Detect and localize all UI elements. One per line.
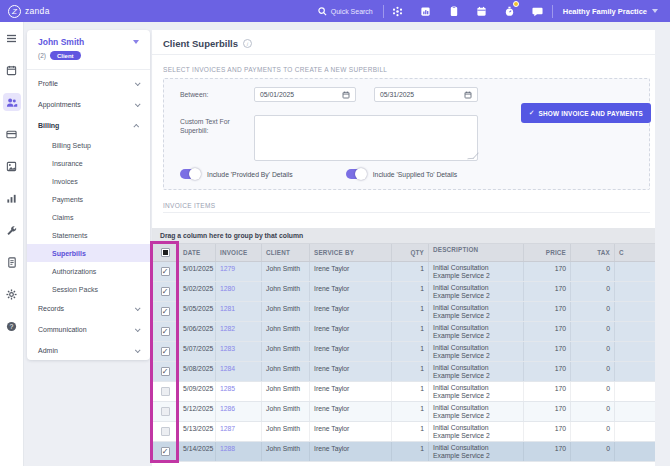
table-row[interactable]: 5/12/20251286John SmithIrene Taylor1Init… bbox=[152, 402, 655, 422]
column-header-qty[interactable]: QTY bbox=[392, 244, 429, 261]
info-icon[interactable]: i bbox=[243, 39, 252, 48]
main-content: Client Superbills i SELECT INVOICES AND … bbox=[152, 30, 655, 466]
row-checkbox[interactable] bbox=[161, 407, 170, 416]
table-row[interactable]: 5/02/20251280John SmithIrene Taylor1Init… bbox=[152, 282, 655, 302]
reports-icon[interactable] bbox=[412, 0, 440, 22]
row-checkbox[interactable] bbox=[161, 387, 170, 396]
invoice-link[interactable]: 1288 bbox=[220, 445, 235, 452]
table-row[interactable]: 5/08/20251284John SmithIrene Taylor1Init… bbox=[152, 362, 655, 382]
description-line: Example Service 2 bbox=[433, 332, 519, 340]
reports-icon[interactable] bbox=[3, 189, 21, 207]
sidebar-item-authorizations[interactable]: Authorizations bbox=[27, 262, 150, 280]
group-by-drop-zone[interactable]: Drag a column here to group by that colu… bbox=[152, 228, 655, 244]
chat-icon[interactable] bbox=[524, 0, 552, 22]
sidebar-item-label: Billing bbox=[38, 122, 59, 129]
invoice-link[interactable]: 1283 bbox=[220, 345, 235, 352]
custom-text-input[interactable] bbox=[254, 115, 478, 161]
invoice-items-table: Drag a column here to group by that colu… bbox=[152, 228, 655, 462]
sidebar-item-statements[interactable]: Statements bbox=[27, 226, 150, 244]
clients-icon[interactable] bbox=[3, 93, 21, 111]
chevron-up-icon bbox=[133, 123, 139, 129]
sidebar-item-appointments[interactable]: Appointments bbox=[27, 94, 150, 115]
media-icon[interactable] bbox=[3, 157, 21, 175]
sidebar-item-invoices[interactable]: Invoices bbox=[27, 172, 150, 190]
invoice-cell: 1284 bbox=[216, 362, 262, 381]
quick-search-button[interactable]: Quick Search bbox=[308, 7, 383, 16]
description-line: Example Service 2 bbox=[433, 412, 519, 420]
invoice-link[interactable]: 1282 bbox=[220, 325, 235, 332]
row-checkbox[interactable] bbox=[161, 427, 170, 436]
column-header-description[interactable]: DESCRIPTION bbox=[429, 244, 524, 261]
extra-cell bbox=[615, 442, 655, 461]
invoice-link[interactable]: 1281 bbox=[220, 305, 235, 312]
menu-icon[interactable] bbox=[3, 29, 21, 47]
row-checkbox[interactable] bbox=[161, 367, 170, 376]
practice-switcher[interactable]: Healthy Family Practice bbox=[553, 7, 670, 16]
sidebar-item-records[interactable]: Records bbox=[27, 298, 150, 319]
sidebar-item-billing-setup[interactable]: Billing Setup bbox=[27, 136, 150, 154]
date-to-input[interactable]: 05/31/2025 bbox=[374, 87, 478, 102]
sidebar-item-communication[interactable]: Communication bbox=[27, 319, 150, 340]
column-header-date[interactable]: DATE bbox=[179, 244, 216, 261]
sidebar-item-admin[interactable]: Admin bbox=[27, 340, 150, 360]
payments-icon[interactable] bbox=[3, 125, 21, 143]
sidebar-item-session-packs[interactable]: Session Packs bbox=[27, 280, 150, 298]
row-checkbox[interactable] bbox=[161, 327, 170, 336]
calendar-icon[interactable] bbox=[342, 91, 350, 99]
column-header-price[interactable]: PRICE bbox=[524, 244, 571, 261]
sidebar-item-claims[interactable]: Claims bbox=[27, 208, 150, 226]
table-row[interactable]: 5/07/20251283John SmithIrene Taylor1Init… bbox=[152, 342, 655, 362]
row-checkbox[interactable] bbox=[161, 347, 170, 356]
provided-by-toggle[interactable] bbox=[180, 169, 200, 179]
supplied-to-toggle[interactable] bbox=[346, 169, 366, 179]
help-icon[interactable]: ? bbox=[3, 317, 21, 335]
sidebar-item-insurance[interactable]: Insurance bbox=[27, 154, 150, 172]
sidebar-item-billing[interactable]: Billing bbox=[27, 115, 150, 136]
column-header-invoice[interactable]: INVOICE bbox=[216, 244, 262, 261]
tools-icon[interactable] bbox=[3, 221, 21, 239]
invoice-link[interactable]: 1279 bbox=[220, 265, 235, 272]
brand[interactable]: Z zanda bbox=[0, 5, 50, 18]
chevron-down-icon[interactable] bbox=[133, 40, 139, 44]
settings-icon[interactable] bbox=[3, 285, 21, 303]
price-cell: 170 bbox=[524, 282, 571, 301]
table-row[interactable]: 5/06/20251282John SmithIrene Taylor1Init… bbox=[152, 322, 655, 342]
column-header-c[interactable]: C bbox=[615, 244, 655, 261]
clipboard-icon[interactable] bbox=[440, 0, 468, 22]
sidebar-item-superbills[interactable]: Superbills bbox=[27, 244, 150, 262]
table-row[interactable]: 5/13/20251287John SmithIrene Taylor1Init… bbox=[152, 422, 655, 442]
column-header-tax[interactable]: TAX bbox=[571, 244, 615, 261]
calendar-icon[interactable] bbox=[3, 61, 21, 79]
invoice-link[interactable]: 1280 bbox=[220, 285, 235, 292]
timer-icon[interactable] bbox=[496, 0, 524, 22]
table-row[interactable]: 5/14/20251288John SmithIrene Taylor1Init… bbox=[152, 442, 655, 462]
documents-icon[interactable] bbox=[3, 253, 21, 271]
calendar-icon[interactable] bbox=[468, 0, 496, 22]
row-checkbox[interactable] bbox=[161, 287, 170, 296]
invoice-link[interactable]: 1285 bbox=[220, 385, 235, 392]
left-icon-rail: ? bbox=[0, 22, 24, 466]
page-title: Client Superbills bbox=[163, 38, 238, 49]
sidebar-item-label: Payments bbox=[52, 196, 83, 203]
calendar-icon[interactable] bbox=[464, 91, 472, 99]
sidebar-item-payments[interactable]: Payments bbox=[27, 190, 150, 208]
invoice-link[interactable]: 1284 bbox=[220, 365, 235, 372]
invoice-link[interactable]: 1286 bbox=[220, 405, 235, 412]
date-from-input[interactable]: 05/01/2025 bbox=[254, 87, 356, 102]
row-checkbox-cell bbox=[152, 262, 179, 281]
row-checkbox[interactable] bbox=[161, 447, 170, 456]
sidebar-item-profile[interactable]: Profile bbox=[27, 73, 150, 94]
table-row[interactable]: 5/09/20251285John SmithIrene Taylor1Init… bbox=[152, 382, 655, 402]
row-checkbox[interactable] bbox=[161, 307, 170, 316]
select-all-checkbox[interactable] bbox=[161, 248, 170, 257]
show-invoice-and-payments-button[interactable]: ✓ SHOW INVOICE AND PAYMENTS bbox=[521, 103, 651, 123]
table-row[interactable]: 5/01/20251279John SmithIrene Taylor1Init… bbox=[152, 262, 655, 282]
tax-cell: 0 bbox=[571, 262, 615, 281]
invoice-link[interactable]: 1287 bbox=[220, 425, 235, 432]
apps-icon[interactable] bbox=[384, 0, 412, 22]
row-checkbox[interactable] bbox=[161, 267, 170, 276]
column-header-service-by[interactable]: SERVICE BY bbox=[310, 244, 392, 261]
client-name[interactable]: John Smith bbox=[38, 37, 84, 47]
table-row[interactable]: 5/05/20251281John SmithIrene Taylor1Init… bbox=[152, 302, 655, 322]
column-header-client[interactable]: CLIENT bbox=[262, 244, 310, 261]
